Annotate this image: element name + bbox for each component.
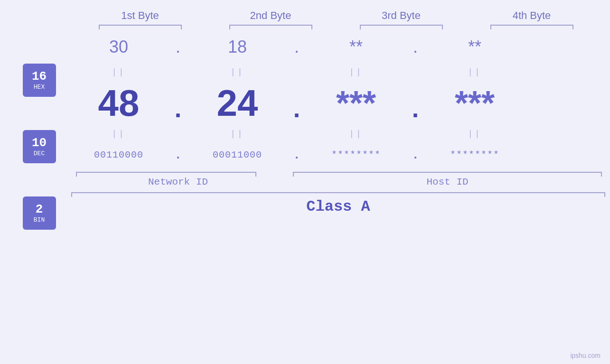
eq-2-2-text: || — [230, 129, 244, 139]
bin-2-text: 00011000 — [213, 149, 262, 160]
hex-3-text: ** — [349, 37, 363, 56]
bin-badge-label: BIN — [34, 216, 45, 224]
bin-dot-2-text: . — [293, 148, 300, 162]
byte-3-label: 3rd Byte — [382, 9, 421, 21]
hex-val-2: 18 — [190, 37, 285, 57]
hex-2-text: 18 — [228, 37, 247, 56]
bin-val-1: 00110000 — [71, 149, 166, 160]
network-id-label: Network ID — [71, 177, 285, 187]
dec-val-1: 48 — [71, 84, 166, 121]
byte-2-bracket — [229, 25, 312, 26]
dec-4-text: *** — [455, 84, 495, 122]
bin-badge: 2 BIN — [23, 196, 56, 230]
bin-dot-1-text: . — [174, 148, 182, 162]
dec-badge-label: DEC — [34, 150, 45, 157]
dec-badge-num: 10 — [32, 136, 47, 150]
eq-1-1: || — [71, 67, 166, 77]
eq-2-3-text: || — [349, 129, 363, 139]
bin-dot-1: . — [166, 148, 190, 162]
byte-1-bracket — [99, 25, 182, 26]
hex-dot-3-text: . — [413, 37, 418, 56]
host-bracket-left — [293, 172, 294, 177]
dec-dot-2: . — [285, 83, 309, 123]
hex-dot-1-text: . — [176, 37, 180, 56]
eq-1-2-text: || — [230, 67, 244, 77]
bin-dot-2: . — [285, 148, 309, 162]
host-bracket-line — [293, 172, 602, 173]
watermark: ipshu.com — [570, 352, 601, 359]
bin-val-2: 00011000 — [190, 149, 285, 160]
eq-2-2: || — [190, 129, 285, 139]
dec-badge: 10 DEC — [23, 130, 56, 163]
eq-1-2: || — [190, 67, 285, 77]
byte-4-header: 4th Byte — [479, 9, 584, 26]
eq-2-3: || — [309, 129, 404, 139]
network-bracket-left — [76, 172, 77, 177]
byte-2-header: 2nd Byte — [218, 9, 323, 26]
dec-val-2: 24 — [190, 84, 285, 121]
byte-4-label: 4th Byte — [513, 9, 551, 21]
hex-dot-2: . — [285, 37, 309, 57]
network-bracket-right — [255, 172, 256, 177]
bin-1-text: 00110000 — [94, 149, 143, 160]
layout: 16 HEX 10 DEC 2 BIN 30 — [0, 30, 610, 230]
eq-2-4-text: || — [468, 129, 482, 139]
byte-3-header: 3rd Byte — [349, 9, 453, 26]
eq-1-1-text: || — [112, 67, 126, 77]
class-bracket-right — [604, 192, 605, 197]
hex-val-4: ** — [427, 37, 522, 57]
hex-val-3: ** — [309, 37, 404, 57]
bin-badge-num: 2 — [36, 203, 43, 216]
class-bracket-area: Class A — [71, 192, 610, 215]
eq-2-1-text: || — [112, 129, 126, 139]
eq-1-3: || — [309, 67, 404, 77]
hex-val-1: 30 — [71, 37, 166, 57]
bin-row: 00110000 . 00011000 . ******** . — [71, 142, 610, 168]
bin-val-3: ******** — [309, 149, 404, 160]
hex-dot-1: . — [166, 37, 190, 57]
host-bracket: Host ID — [285, 172, 610, 187]
eq-2-4: || — [427, 129, 522, 139]
network-bracket-line — [76, 172, 256, 173]
main-container: 1st Byte 2nd Byte 3rd Byte 4th Byte 16 H… — [0, 0, 610, 364]
dec-row: 48 . 24 . *** . *** — [71, 80, 610, 125]
header-row: 1st Byte 2nd Byte 3rd Byte 4th Byte — [75, 9, 597, 26]
dec-dot-1: . — [166, 83, 190, 123]
bin-3-text: ******** — [331, 149, 381, 160]
eq-1-3-text: || — [349, 67, 363, 77]
eq-row-1: || || || || — [71, 64, 610, 80]
dec-dot-2-text: . — [293, 95, 300, 122]
host-bracket-right — [601, 172, 602, 177]
dec-3-text: *** — [336, 84, 376, 122]
class-bracket-line — [71, 192, 605, 193]
dec-1-text: 48 — [98, 82, 140, 124]
hex-badge-num: 16 — [32, 70, 47, 84]
eq-1-4-text: || — [468, 67, 482, 77]
byte-4-bracket — [490, 25, 573, 26]
bin-dot-3-text: . — [412, 148, 419, 162]
dec-val-4: *** — [427, 86, 522, 120]
hex-badge: 16 HEX — [23, 64, 56, 97]
dec-dot-1-text: . — [175, 95, 181, 122]
byte-1-label: 1st Byte — [121, 9, 159, 21]
dec-dot-3-text: . — [412, 95, 419, 122]
byte-1-header: 1st Byte — [88, 9, 192, 26]
hex-4-text: ** — [468, 37, 481, 56]
bracket-row: Network ID Host ID — [71, 172, 610, 187]
class-a-label: Class A — [71, 198, 605, 215]
hex-row: 30 . 18 . ** . ** — [71, 30, 610, 64]
network-bracket: Network ID — [71, 172, 285, 187]
class-bracket-left — [71, 192, 72, 197]
badges-column: 16 HEX 10 DEC 2 BIN — [0, 30, 71, 230]
byte-2-label: 2nd Byte — [250, 9, 291, 21]
byte-3-bracket — [360, 25, 443, 26]
host-id-label: Host ID — [285, 177, 610, 187]
hex-1-text: 30 — [109, 37, 128, 56]
eq-1-4: || — [427, 67, 522, 77]
hex-badge-label: HEX — [34, 84, 45, 91]
bin-dot-3: . — [404, 148, 427, 162]
eq-row-2: || || || || — [71, 125, 610, 142]
eq-2-1: || — [71, 129, 166, 139]
hex-dot-2-text: . — [294, 37, 299, 56]
hex-dot-3: . — [404, 37, 427, 57]
